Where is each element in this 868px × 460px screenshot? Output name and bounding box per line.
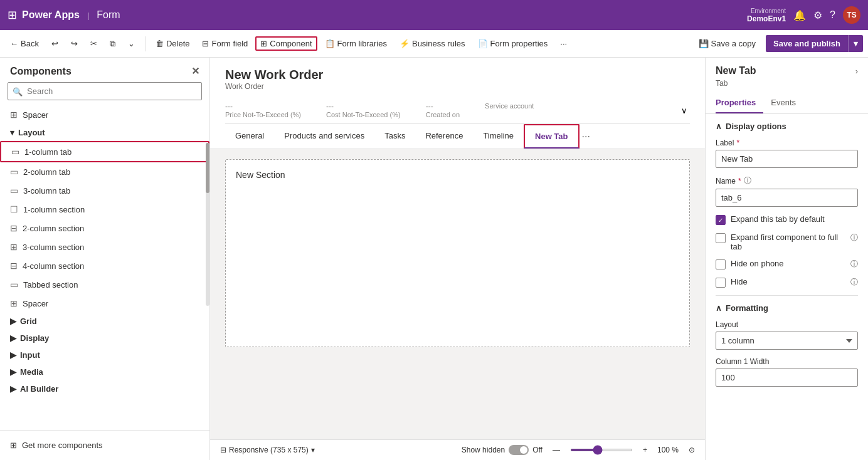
back-icon: ← xyxy=(10,39,18,48)
tab-events[interactable]: Events xyxy=(771,93,803,113)
hide-on-phone-checkbox[interactable] xyxy=(716,259,726,269)
zoom-minus-icon[interactable]: — xyxy=(553,446,560,454)
sidebar-item-1col-tab[interactable]: ▭ 1-column tab xyxy=(0,141,209,162)
sidebar-group-input[interactable]: ▶ Input xyxy=(0,347,209,363)
sidebar-group-display[interactable]: ▶ Display xyxy=(0,330,209,347)
1col-tab-icon: ▭ xyxy=(11,147,19,157)
form-field-price: --- Price Not-To-Exceed (%) xyxy=(225,102,301,118)
sidebar-group-layout[interactable]: ▾ Layout xyxy=(0,124,209,141)
component-button[interactable]: ⊞ Component xyxy=(255,36,317,51)
form-libraries-button[interactable]: 📋 Form libraries xyxy=(320,36,392,51)
undo-button[interactable]: ↩ xyxy=(46,36,63,51)
name-input[interactable] xyxy=(716,189,858,207)
delete-label: Delete xyxy=(166,39,190,48)
form-section[interactable]: New Section xyxy=(225,159,690,347)
form-field-label: Form field xyxy=(211,39,248,48)
3col-section-icon: ⊞ xyxy=(10,242,18,252)
app-name: Power Apps xyxy=(22,9,80,21)
sidebar-close-icon[interactable]: ✕ xyxy=(191,65,199,77)
responsive-button[interactable]: ⊟ Responsive (735 x 575) ▾ xyxy=(220,446,315,454)
2col-tab-icon: ▭ xyxy=(10,167,18,177)
sidebar-item-4col-section[interactable]: ⊟ 4-column section xyxy=(0,256,209,275)
col1-width-input[interactable] xyxy=(716,369,858,387)
cost-dash: --- xyxy=(326,102,401,111)
responsive-icon: ⊟ xyxy=(220,446,226,454)
form-field-cost: --- Cost Not-To-Exceed (%) xyxy=(326,102,401,118)
save-publish-dropdown-icon[interactable]: ▾ xyxy=(848,35,863,52)
avatar[interactable]: TS xyxy=(843,6,860,24)
tab-properties[interactable]: Properties xyxy=(716,93,763,113)
sidebar-item-3col-section[interactable]: ⊞ 3-column section xyxy=(0,238,209,256)
cut-button[interactable]: ✂ xyxy=(85,36,102,51)
tab-products[interactable]: Products and services xyxy=(274,125,374,148)
sidebar-scrollbar-thumb[interactable] xyxy=(206,143,209,193)
search-input[interactable] xyxy=(8,82,202,100)
business-rules-button[interactable]: ⚡ Business rules xyxy=(394,36,470,51)
label-input[interactable] xyxy=(716,150,858,168)
zoom-plus-icon[interactable]: + xyxy=(643,446,647,454)
back-button[interactable]: ← Back xyxy=(5,36,44,51)
redo-button[interactable]: ↪ xyxy=(66,36,83,51)
copy-button[interactable]: ⧉ xyxy=(105,36,120,51)
collapse-formatting-icon[interactable]: ∧ xyxy=(716,303,722,313)
sidebar-item-label: Spacer xyxy=(23,299,48,308)
right-panel-expand-icon[interactable]: › xyxy=(855,66,858,76)
sidebar-item-label: 1-column tab xyxy=(24,147,71,157)
form-properties-button[interactable]: 📄 Form properties xyxy=(473,36,553,51)
sidebar-search-container: 🔍 xyxy=(8,82,202,100)
sidebar-item-spacer-mid[interactable]: ⊞ Spacer xyxy=(0,294,209,313)
tab-more-button[interactable]: ··· xyxy=(580,126,593,147)
sidebar-group-grid[interactable]: ▶ Grid xyxy=(0,313,209,330)
sidebar-group-label: Layout xyxy=(18,128,45,137)
expand-default-label: Expand this tab by default xyxy=(731,214,858,224)
sidebar-group-media[interactable]: ▶ Media xyxy=(0,363,209,380)
3col-tab-icon: ▭ xyxy=(10,186,18,196)
sidebar-item-spacer-top[interactable]: ⊞ Spacer xyxy=(0,105,209,124)
sidebar-group-ai[interactable]: ▶ AI Builder xyxy=(0,380,209,397)
name-info-icon[interactable]: ⓘ xyxy=(744,175,751,186)
undo-icon: ↩ xyxy=(51,39,58,48)
hide-info-icon[interactable]: ⓘ xyxy=(850,277,858,288)
paste-button[interactable]: ⌄ xyxy=(123,36,140,51)
sidebar-item-label: Tabbed section xyxy=(23,280,78,290)
sidebar-item-tabbed-section[interactable]: ▭ Tabbed section xyxy=(0,275,209,294)
zoom-slider[interactable] xyxy=(570,449,633,451)
fields-expand-button[interactable]: ∨ xyxy=(679,102,690,118)
sidebar-item-3col-tab[interactable]: ▭ 3-column tab xyxy=(0,181,209,200)
hide-on-phone-info-icon[interactable]: ⓘ xyxy=(850,259,858,269)
notification-icon[interactable]: 🔔 xyxy=(793,9,806,21)
expand-first-info-icon[interactable]: ⓘ xyxy=(850,233,858,243)
get-more-components-button[interactable]: ⊞ Get more components xyxy=(10,437,199,454)
help-icon[interactable]: ? xyxy=(830,9,835,21)
sidebar-item-1col-section[interactable]: ☐ 1-column section xyxy=(0,200,209,219)
app-grid-icon[interactable]: ⊞ xyxy=(8,8,17,22)
save-publish-button[interactable]: Save and publish ▾ xyxy=(766,35,863,52)
tab-tasks[interactable]: Tasks xyxy=(374,125,415,148)
settings-icon[interactable]: ⚙ xyxy=(813,9,822,21)
collapse-display-icon[interactable]: ∧ xyxy=(716,122,722,131)
sidebar-item-2col-section[interactable]: ⊟ 2-column section xyxy=(0,219,209,238)
tab-reference[interactable]: Reference xyxy=(415,125,473,148)
layout-select[interactable]: 1 column 2 columns 3 columns xyxy=(716,332,858,350)
show-hidden-toggle[interactable]: Show hidden Off xyxy=(462,445,542,455)
tab-timeline[interactable]: Timeline xyxy=(473,125,524,148)
price-label: Price Not-To-Exceed (%) xyxy=(225,111,301,118)
sidebar-item-2col-tab[interactable]: ▭ 2-column tab xyxy=(0,162,209,181)
expand-first-checkbox[interactable] xyxy=(716,233,726,243)
toggle-background[interactable] xyxy=(509,445,529,455)
canvas: New Work Order Work Order --- Price Not-… xyxy=(210,58,705,460)
main-layout: Components ✕ 🔍 ⊞ Spacer ▾ Layout ▭ 1-col… xyxy=(0,58,868,460)
delete-icon: 🗑 xyxy=(156,39,164,48)
save-copy-button[interactable]: 💾 Save a copy xyxy=(692,35,763,52)
zoom-fit-icon[interactable]: ⊙ xyxy=(689,446,695,454)
sidebar-scrollbar-track[interactable] xyxy=(206,143,209,306)
form-field-button[interactable]: ⊟ Form field xyxy=(197,36,253,51)
more-options-button[interactable]: ··· xyxy=(555,36,572,51)
right-panel-header: New Tab › xyxy=(706,58,868,79)
section-label: New Section xyxy=(236,170,285,180)
delete-button[interactable]: 🗑 Delete xyxy=(151,36,195,51)
hide-checkbox[interactable] xyxy=(716,278,726,288)
tab-new-tab[interactable]: New Tab xyxy=(524,124,580,149)
expand-default-checkbox[interactable]: ✓ xyxy=(716,215,726,225)
tab-general[interactable]: General xyxy=(225,125,274,148)
